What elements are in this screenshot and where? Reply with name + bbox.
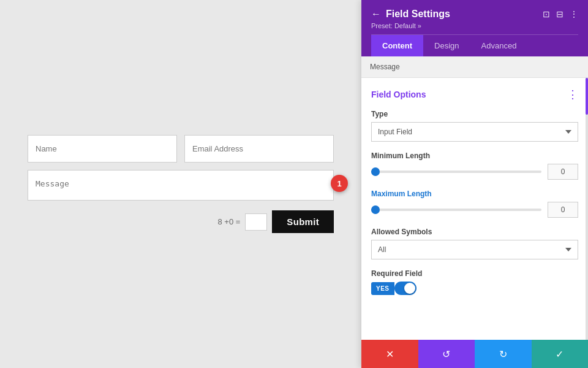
min-length-thumb[interactable] (371, 167, 380, 176)
cancel-icon: ✕ (386, 348, 394, 360)
panel-preset: Preset: Default » (371, 22, 578, 29)
min-length-label: Minimum Length (371, 151, 578, 160)
scroll-thumb (586, 78, 588, 115)
back-button[interactable]: ← (371, 9, 381, 20)
form-preview: 8 +0 = Submit (0, 0, 361, 368)
panel-body[interactable]: Field Options ⋮ Type Input Field Textare… (361, 78, 588, 340)
more-icon[interactable]: ⋮ (570, 9, 578, 19)
tab-design[interactable]: Design (423, 35, 470, 56)
field-options-title: Field Options (371, 90, 426, 99)
min-length-field-group: Minimum Length 0 (371, 151, 578, 180)
form-row-1 (28, 135, 334, 163)
preset-label[interactable]: Preset: Default » (371, 22, 421, 29)
bottom-bar: ✕ ↺ ↻ ✓ (361, 340, 588, 368)
tab-content[interactable]: Content (371, 35, 423, 56)
preview-icon[interactable]: ⊡ (543, 9, 550, 19)
type-label: Type (371, 110, 578, 118)
scroll-indicator (586, 78, 588, 340)
toggle-knob (404, 283, 415, 294)
save-button[interactable]: ✓ (532, 340, 589, 368)
name-input[interactable] (28, 135, 177, 163)
required-toggle[interactable]: YES (371, 282, 578, 295)
panel-header: ← Field Settings ⊡ ⊟ ⋮ Preset: Default »… (361, 0, 588, 56)
allowed-symbols-select[interactable]: All Letters Only Numbers Only Alphanumer… (371, 240, 578, 259)
form-fields: 8 +0 = Submit (28, 135, 334, 233)
panel-title-left: ← Field Settings (371, 9, 450, 20)
type-select[interactable]: Input Field Textarea Select Checkbox Rad… (371, 122, 578, 142)
panel-tabs: Content Design Advanced (371, 34, 578, 56)
redo-icon: ↻ (499, 348, 507, 360)
panel-title-row: ← Field Settings ⊡ ⊟ ⋮ (371, 9, 578, 20)
email-input[interactable] (184, 135, 334, 163)
required-field-group: Required Field YES (371, 269, 578, 295)
form-bottom: 8 +0 = Submit (28, 210, 334, 233)
panel-title: Field Settings (386, 9, 450, 20)
min-length-value: 0 (548, 164, 578, 180)
field-settings-panel: ← Field Settings ⊡ ⊟ ⋮ Preset: Default »… (361, 0, 588, 368)
step-badge: 1 (331, 175, 348, 192)
min-length-slider-row: 0 (371, 164, 578, 180)
type-field-group: Type Input Field Textarea Select Checkbo… (371, 110, 578, 142)
max-length-track (371, 209, 541, 211)
message-label: Message (370, 63, 400, 71)
max-length-slider-row: 0 (371, 202, 578, 218)
panel-title-icons: ⊡ ⊟ ⋮ (543, 9, 578, 19)
save-icon: ✓ (556, 348, 564, 360)
toggle-yes-label: YES (371, 282, 394, 295)
layout-icon[interactable]: ⊟ (556, 9, 564, 19)
undo-icon: ↺ (442, 348, 450, 360)
max-length-value: 0 (548, 202, 578, 218)
field-options-menu[interactable]: ⋮ (567, 88, 578, 101)
max-length-thumb[interactable] (371, 205, 380, 214)
field-options-header: Field Options ⋮ (371, 88, 578, 101)
required-field-label: Required Field (371, 269, 578, 278)
max-length-label: Maximum Length (371, 190, 578, 198)
min-length-track (371, 171, 541, 173)
allowed-symbols-field-group: Allowed Symbols All Letters Only Numbers… (371, 228, 578, 259)
message-bar: Message (361, 56, 588, 78)
undo-button[interactable]: ↺ (418, 340, 475, 368)
captcha-input[interactable] (245, 213, 267, 231)
captcha-label: 8 +0 = (217, 217, 240, 226)
tab-advanced[interactable]: Advanced (470, 35, 528, 56)
toggle-switch[interactable] (394, 282, 417, 295)
cancel-button[interactable]: ✕ (361, 340, 418, 368)
max-length-field-group: Maximum Length 0 (371, 190, 578, 218)
allowed-symbols-label: Allowed Symbols (371, 228, 578, 236)
submit-button[interactable]: Submit (272, 210, 334, 233)
message-textarea[interactable] (28, 170, 334, 201)
redo-button[interactable]: ↻ (475, 340, 532, 368)
